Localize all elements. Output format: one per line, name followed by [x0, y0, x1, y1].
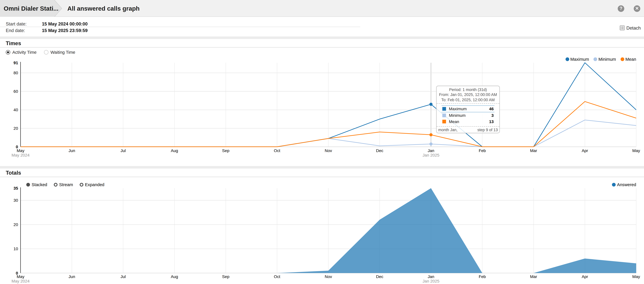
- tooltip-color-swatch: [442, 107, 446, 111]
- svg-text:Jul: Jul: [120, 274, 126, 279]
- screen: Omni Dialer Stati... All answered calls …: [0, 0, 644, 284]
- svg-text:10: 10: [14, 247, 18, 251]
- chart-tooltip: Period: 1 month (31d) From: Jan 01, 2025…: [436, 86, 500, 133]
- tooltip-footer: month Jan, step 9 of 13: [436, 126, 500, 133]
- tooltip-color-swatch: [442, 120, 446, 123]
- detach-button[interactable]: Detach: [620, 25, 641, 30]
- totals-area-chart[interactable]: 010203035MayJunJulAugSepOctNovDecJanFebM…: [0, 187, 644, 284]
- tooltip-header: Period: 1 month (31d) From: Jan 01, 2025…: [436, 86, 500, 104]
- tooltip-series-rows: Maximum46Minimum3Mean13: [436, 104, 500, 126]
- svg-text:Dec: Dec: [376, 274, 383, 279]
- svg-text:Sep: Sep: [222, 274, 229, 279]
- svg-text:Mar: Mar: [530, 148, 537, 153]
- tooltip-series-value: 46: [485, 107, 494, 111]
- svg-text:Jan: Jan: [428, 274, 434, 279]
- tooltip-color-swatch: [442, 114, 446, 117]
- legend-item-answered[interactable]: Answered: [612, 182, 636, 187]
- svg-text:60: 60: [14, 89, 18, 94]
- close-icon: ✕: [635, 6, 639, 11]
- totals-section-title: Totals: [0, 168, 644, 176]
- svg-text:80: 80: [14, 71, 18, 75]
- mode-expanded[interactable]: Expanded: [80, 182, 104, 187]
- svg-text:35: 35: [14, 187, 18, 190]
- times-section-divider: [0, 47, 644, 48]
- tooltip-series-name: Mean: [449, 119, 459, 124]
- radio-waiting-time[interactable]: Waiting Time: [44, 50, 75, 55]
- tooltip-row-maximum: Maximum46: [442, 106, 494, 113]
- dialog-window: Omni Dialer Stati... All answered calls …: [0, 0, 644, 284]
- detach-label: Detach: [626, 25, 641, 30]
- svg-text:May: May: [632, 148, 640, 153]
- date-info-table: Start date: 15 May 2024 00:00:00 End dat…: [0, 21, 360, 33]
- radio-circle-icon: [6, 50, 10, 54]
- help-button[interactable]: ?: [618, 5, 624, 12]
- start-date-label: Start date:: [0, 21, 42, 26]
- breadcrumb-tab[interactable]: Omni Dialer Stati...: [0, 0, 62, 17]
- section-gap: [0, 166, 644, 168]
- times-mode-radios: Activity TimeWaiting Time: [6, 50, 644, 55]
- radio-label: Waiting Time: [50, 50, 75, 55]
- svg-text:Sep: Sep: [222, 148, 229, 153]
- tooltip-footer-left: month Jan,: [438, 128, 458, 132]
- mode-circle-icon: [54, 183, 58, 186]
- tooltip-from: From: Jan 01, 2025, 12:00:00 AM: [439, 92, 497, 97]
- mode-stacked[interactable]: Stacked: [26, 182, 47, 187]
- tooltip-period: Period: 1 month (31d): [439, 87, 497, 93]
- breadcrumb-tab-inner: Omni Dialer Stati...: [0, 0, 62, 17]
- totals-legend: Answered: [612, 182, 636, 187]
- totals-panel: Totals StackedStreamExpanded Answered 01…: [0, 168, 644, 284]
- tooltip-footer-right: step 9 of 13: [478, 128, 498, 132]
- date-info-section: Start date: 15 May 2024 00:00:00 End dat…: [0, 17, 644, 36]
- radio-label: Activity Time: [12, 50, 36, 55]
- svg-text:Jul: Jul: [120, 148, 126, 153]
- legend-label: Answered: [617, 182, 636, 187]
- tooltip-series-value: 13: [485, 119, 494, 124]
- end-date-value: 15 May 2025 23:59:59: [42, 28, 88, 33]
- svg-text:Nov: Nov: [325, 274, 332, 279]
- svg-text:20: 20: [14, 126, 18, 131]
- tooltip-row-minimum: Minimum3: [442, 112, 494, 118]
- totals-section-divider: [0, 177, 644, 177]
- svg-text:Mar: Mar: [530, 274, 537, 279]
- svg-text:Jan 2025: Jan 2025: [422, 153, 440, 157]
- svg-text:Feb: Feb: [479, 148, 486, 153]
- times-line-chart[interactable]: 02040608091MayJunJulAugSepOctNovDecJanFe…: [0, 57, 644, 166]
- svg-text:May 2024: May 2024: [12, 153, 30, 157]
- svg-text:May: May: [17, 148, 24, 153]
- svg-text:Jun: Jun: [68, 148, 75, 153]
- svg-text:20: 20: [14, 222, 18, 227]
- header-actions: ? ✕: [618, 0, 640, 17]
- totals-mode-controls: StackedStreamExpanded: [26, 182, 104, 187]
- close-button[interactable]: ✕: [634, 5, 640, 12]
- svg-text:40: 40: [14, 108, 18, 112]
- svg-text:Feb: Feb: [479, 274, 486, 279]
- end-date-row: End date: 15 May 2025 23:59:59: [0, 27, 360, 33]
- svg-text:Dec: Dec: [376, 148, 383, 153]
- svg-text:Oct: Oct: [274, 274, 280, 279]
- mode-stream[interactable]: Stream: [54, 182, 73, 187]
- mode-label: Stacked: [32, 182, 47, 187]
- tooltip-series-name: Maximum: [449, 107, 467, 111]
- detach-icon: [620, 25, 625, 30]
- svg-text:May: May: [632, 274, 640, 279]
- svg-text:91: 91: [14, 61, 18, 65]
- svg-text:Apr: Apr: [582, 148, 588, 153]
- breadcrumb-tab-label: Omni Dialer Stati...: [4, 5, 58, 12]
- tooltip-row-mean: Mean13: [442, 119, 494, 125]
- svg-text:May: May: [17, 274, 24, 279]
- svg-text:Jun: Jun: [68, 274, 75, 279]
- svg-text:May 2024: May 2024: [12, 279, 30, 284]
- radio-activity-time[interactable]: Activity Time: [6, 50, 36, 55]
- header-bar: Omni Dialer Stati... All answered calls …: [0, 0, 644, 17]
- mode-circle-icon: [26, 183, 30, 186]
- times-section-title: Times: [0, 39, 644, 46]
- radio-circle-icon: [44, 50, 48, 54]
- svg-text:Aug: Aug: [171, 148, 178, 153]
- mode-label: Expanded: [85, 182, 104, 187]
- end-date-label: End date:: [0, 28, 42, 33]
- svg-text:Jan: Jan: [428, 148, 434, 153]
- svg-text:30: 30: [14, 198, 18, 203]
- svg-text:Apr: Apr: [582, 274, 588, 279]
- legend-dot-icon: [612, 183, 616, 186]
- tooltip-series-name: Minimum: [449, 113, 466, 118]
